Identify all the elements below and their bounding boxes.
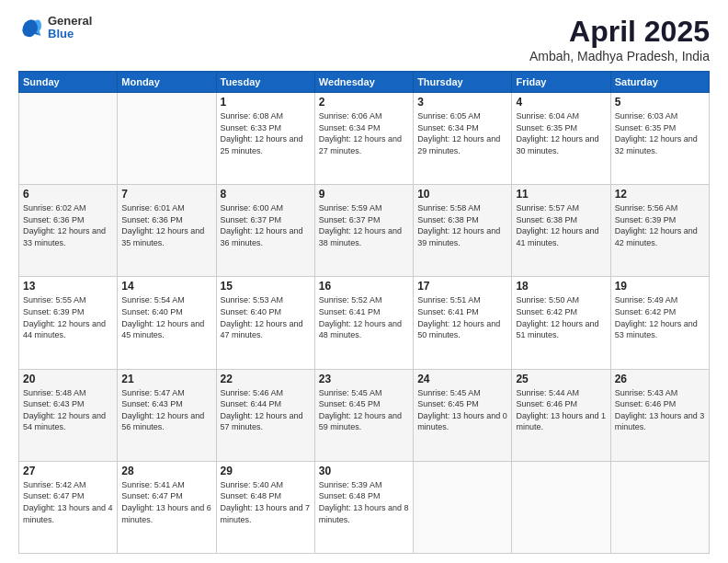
day-number: 8 [221,188,311,201]
logo-blue-text: Blue [48,28,92,40]
day-info: Sunrise: 5:54 AMSunset: 6:40 PMDaylight:… [121,294,211,340]
table-row: 29Sunrise: 5:40 AMSunset: 6:48 PMDayligh… [216,461,314,553]
day-number: 3 [417,96,507,109]
logo-text: General Blue [48,15,92,41]
table-row [610,461,709,553]
day-number: 24 [417,373,507,385]
day-number: 23 [319,373,409,385]
logo-icon [18,15,44,40]
col-monday: Monday [118,72,216,93]
table-row: 21Sunrise: 5:47 AMSunset: 6:43 PMDayligh… [118,369,216,461]
day-info: Sunrise: 5:43 AMSunset: 6:46 PMDaylight:… [615,387,705,433]
day-info: Sunrise: 6:02 AMSunset: 6:36 PMDaylight:… [23,202,113,248]
table-row: 18Sunrise: 5:50 AMSunset: 6:42 PMDayligh… [512,277,610,369]
day-info: Sunrise: 6:06 AMSunset: 6:34 PMDaylight:… [319,110,409,156]
day-number: 27 [23,465,113,477]
table-row: 3Sunrise: 6:05 AMSunset: 6:34 PMDaylight… [414,93,512,185]
table-row: 23Sunrise: 5:45 AMSunset: 6:45 PMDayligh… [314,369,413,461]
day-number: 25 [516,373,606,385]
table-row: 8Sunrise: 6:00 AMSunset: 6:37 PMDaylight… [216,185,314,277]
day-number: 29 [221,465,311,477]
day-number: 17 [417,280,507,293]
day-info: Sunrise: 6:01 AMSunset: 6:36 PMDaylight:… [121,202,211,248]
table-row: 24Sunrise: 5:45 AMSunset: 6:45 PMDayligh… [414,369,512,461]
day-info: Sunrise: 5:52 AMSunset: 6:41 PMDaylight:… [319,294,409,340]
logo: General Blue [18,15,92,41]
calendar-title: April 2025 [529,15,710,49]
day-number: 26 [615,373,705,385]
table-row: 28Sunrise: 5:41 AMSunset: 6:47 PMDayligh… [118,461,216,553]
table-row: 4Sunrise: 6:04 AMSunset: 6:35 PMDaylight… [512,93,610,185]
day-number: 1 [221,96,311,109]
table-row [512,461,610,553]
calendar-week-row: 6Sunrise: 6:02 AMSunset: 6:36 PMDaylight… [19,185,710,277]
day-number: 30 [319,465,409,477]
day-info: Sunrise: 5:41 AMSunset: 6:47 PMDaylight:… [121,479,211,525]
day-info: Sunrise: 5:47 AMSunset: 6:43 PMDaylight:… [121,387,211,433]
calendar-header-row: Sunday Monday Tuesday Wednesday Thursday… [19,72,710,93]
day-info: Sunrise: 5:45 AMSunset: 6:45 PMDaylight:… [417,387,507,433]
table-row: 2Sunrise: 6:06 AMSunset: 6:34 PMDaylight… [314,93,413,185]
header: General Blue April 2025 Ambah, Madhya Pr… [18,15,710,63]
table-row: 6Sunrise: 6:02 AMSunset: 6:36 PMDaylight… [19,185,118,277]
day-info: Sunrise: 6:08 AMSunset: 6:33 PMDaylight:… [221,110,311,156]
col-thursday: Thursday [414,72,512,93]
table-row: 1Sunrise: 6:08 AMSunset: 6:33 PMDaylight… [216,93,314,185]
table-row: 13Sunrise: 5:55 AMSunset: 6:39 PMDayligh… [19,277,118,369]
day-number: 4 [516,96,606,109]
calendar-location: Ambah, Madhya Pradesh, India [529,49,710,63]
day-number: 28 [121,465,211,477]
col-sunday: Sunday [19,72,118,93]
day-info: Sunrise: 6:00 AMSunset: 6:37 PMDaylight:… [221,202,311,248]
day-number: 11 [516,188,606,201]
title-block: April 2025 Ambah, Madhya Pradesh, India [529,15,710,63]
day-number: 5 [615,96,705,109]
day-info: Sunrise: 6:05 AMSunset: 6:34 PMDaylight:… [417,110,507,156]
logo-general-text: General [48,15,92,28]
table-row: 10Sunrise: 5:58 AMSunset: 6:38 PMDayligh… [414,185,512,277]
day-info: Sunrise: 5:44 AMSunset: 6:46 PMDaylight:… [516,387,606,433]
calendar-week-row: 27Sunrise: 5:42 AMSunset: 6:47 PMDayligh… [19,461,710,553]
col-tuesday: Tuesday [216,72,314,93]
day-info: Sunrise: 5:56 AMSunset: 6:39 PMDaylight:… [615,202,705,248]
day-info: Sunrise: 5:45 AMSunset: 6:45 PMDaylight:… [319,387,409,433]
day-info: Sunrise: 5:40 AMSunset: 6:48 PMDaylight:… [221,479,311,525]
table-row: 19Sunrise: 5:49 AMSunset: 6:42 PMDayligh… [610,277,709,369]
calendar-page: General Blue April 2025 Ambah, Madhya Pr… [0,0,728,563]
day-number: 21 [121,373,211,385]
day-info: Sunrise: 5:50 AMSunset: 6:42 PMDaylight:… [516,294,606,340]
table-row: 15Sunrise: 5:53 AMSunset: 6:40 PMDayligh… [216,277,314,369]
table-row: 14Sunrise: 5:54 AMSunset: 6:40 PMDayligh… [118,277,216,369]
day-number: 16 [319,280,409,293]
day-number: 19 [615,280,705,293]
day-info: Sunrise: 5:53 AMSunset: 6:40 PMDaylight:… [221,294,311,340]
table-row: 11Sunrise: 5:57 AMSunset: 6:38 PMDayligh… [512,185,610,277]
calendar-week-row: 1Sunrise: 6:08 AMSunset: 6:33 PMDaylight… [19,93,710,185]
day-number: 2 [319,96,409,109]
table-row: 20Sunrise: 5:48 AMSunset: 6:43 PMDayligh… [19,369,118,461]
day-number: 10 [417,188,507,201]
day-info: Sunrise: 5:57 AMSunset: 6:38 PMDaylight:… [516,202,606,248]
day-info: Sunrise: 5:55 AMSunset: 6:39 PMDaylight:… [23,294,113,340]
calendar-week-row: 20Sunrise: 5:48 AMSunset: 6:43 PMDayligh… [19,369,710,461]
table-row: 17Sunrise: 5:51 AMSunset: 6:41 PMDayligh… [414,277,512,369]
day-info: Sunrise: 6:04 AMSunset: 6:35 PMDaylight:… [516,110,606,156]
table-row: 26Sunrise: 5:43 AMSunset: 6:46 PMDayligh… [610,369,709,461]
day-info: Sunrise: 5:42 AMSunset: 6:47 PMDaylight:… [23,479,113,525]
day-number: 20 [23,373,113,385]
table-row: 30Sunrise: 5:39 AMSunset: 6:48 PMDayligh… [314,461,413,553]
table-row [19,93,118,185]
calendar-table: Sunday Monday Tuesday Wednesday Thursday… [18,71,710,554]
table-row: 12Sunrise: 5:56 AMSunset: 6:39 PMDayligh… [610,185,709,277]
table-row: 25Sunrise: 5:44 AMSunset: 6:46 PMDayligh… [512,369,610,461]
day-number: 6 [23,188,113,201]
table-row: 27Sunrise: 5:42 AMSunset: 6:47 PMDayligh… [19,461,118,553]
day-info: Sunrise: 5:48 AMSunset: 6:43 PMDaylight:… [23,387,113,433]
day-number: 12 [615,188,705,201]
day-number: 7 [121,188,211,201]
day-number: 9 [319,188,409,201]
table-row: 5Sunrise: 6:03 AMSunset: 6:35 PMDaylight… [610,93,709,185]
col-wednesday: Wednesday [314,72,413,93]
table-row: 9Sunrise: 5:59 AMSunset: 6:37 PMDaylight… [314,185,413,277]
table-row: 7Sunrise: 6:01 AMSunset: 6:36 PMDaylight… [118,185,216,277]
